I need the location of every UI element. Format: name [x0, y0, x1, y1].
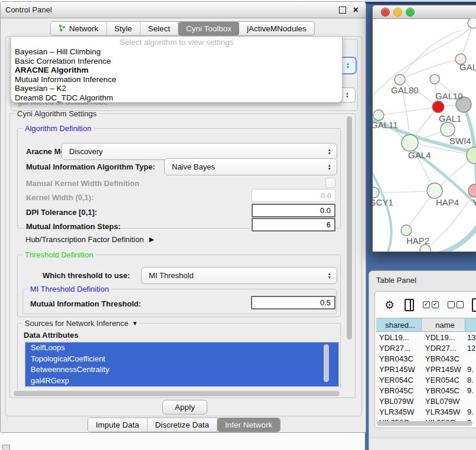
mini-panel-icon[interactable]	[2, 445, 10, 450]
table-panel-window: Table Panel ⚙ ✓ ✓ shared...nameA YDL19..…	[369, 270, 476, 450]
algorithm-option[interactable]: Bayesian – K2	[11, 84, 342, 93]
network-node[interactable]	[427, 183, 442, 198]
table-row[interactable]: YBL079WYBL079W	[376, 396, 476, 406]
network-node[interactable]	[430, 74, 439, 84]
table-cell: YLR345W	[422, 406, 465, 417]
table-row[interactable]: YDR27...YDR27...12	[376, 343, 476, 353]
table-cell: YDR27...	[376, 343, 422, 353]
network-canvas[interactable]: GALGAL80GAL10GAL11GAL1SWI4GAL4GCY1HAP4YH…	[373, 18, 476, 252]
table-row[interactable]: YDL19...YDL19...13	[376, 332, 476, 343]
data-attributes-list[interactable]: SelfLoopsTopologicalCoefficientBetweenne…	[25, 342, 339, 387]
settings-hscrollbar[interactable]	[14, 391, 340, 396]
kernel-width-label: Kernel Width (0,1):	[26, 193, 94, 202]
algorithm-option[interactable]: Mutual Information Inference	[11, 75, 342, 84]
dpi-tolerance-field[interactable]	[252, 204, 335, 217]
collapsed-arrow-icon: ▶	[149, 236, 154, 243]
control-panel-window: Control Panel × NetworkStyleSelectCyni T…	[0, 1, 366, 433]
table-cell: 13	[465, 332, 476, 343]
network-node-label: HAP2	[406, 236, 429, 246]
attribute-item[interactable]: TopologicalCoefficient	[25, 354, 338, 365]
tab-network[interactable]: Network	[51, 22, 107, 35]
hub-definition-label: Hub/Transcription Factor Definition	[25, 235, 144, 244]
tab-cyni-toolbox[interactable]: Cyni Toolbox	[178, 22, 239, 35]
table-row[interactable]: YLR345WYLR345W9.	[376, 406, 476, 417]
select-all-checks-icon[interactable]: ✓ ✓	[423, 301, 439, 308]
algorithm-definition-group: Algorithm Definition Aracne Mode: Discov…	[17, 128, 341, 229]
network-node[interactable]	[395, 74, 405, 85]
column-layout-icon[interactable]	[405, 299, 414, 311]
which-threshold-combo[interactable]: MI Threshold ▲▼	[141, 267, 337, 284]
attribute-item[interactable]: SelfLoops	[25, 343, 338, 354]
network-node[interactable]	[468, 18, 476, 28]
sources-title-row[interactable]: Sources for Network Inference ▼	[22, 319, 140, 328]
window-title: Control Panel	[5, 5, 52, 14]
mi-type-combo[interactable]: Naive Bayes ▲▼	[164, 158, 337, 175]
table-header-row: shared...nameA	[376, 318, 476, 332]
network-node[interactable]	[373, 187, 379, 198]
manual-kernel-checkbox[interactable]	[325, 178, 335, 188]
column-header[interactable]: name	[422, 318, 465, 331]
expanded-arrow-icon: ▼	[132, 320, 138, 327]
close-traffic-icon[interactable]	[381, 8, 390, 17]
table-row[interactable]: YER054CYER054C8.	[376, 374, 476, 385]
kernel-width-field[interactable]	[252, 189, 335, 202]
mi-threshold-field[interactable]	[251, 296, 335, 309]
apply-button[interactable]: Apply	[162, 400, 207, 415]
table-cell: YBR045C	[422, 385, 465, 396]
mode-tab-discretize-data[interactable]: Discretize Data	[148, 418, 218, 432]
deselect-all-checks-icon[interactable]	[448, 301, 464, 308]
algorithm-dropdown-list[interactable]: Select algorithm to view settings Bayesi…	[11, 36, 343, 103]
minimize-traffic-icon[interactable]	[393, 8, 402, 17]
network-node-label: Y	[472, 197, 476, 207]
mi-type-label: Mutual Information Algorithm Type:	[26, 162, 155, 171]
table-row[interactable]: YBR043CYBR043C	[376, 353, 476, 364]
aracne-mode-combo[interactable]: Discovery ▲▼	[61, 143, 337, 160]
hub-definition-expander[interactable]: Hub/Transcription Factor Definition ▶	[25, 235, 154, 244]
settings-vscrollbar[interactable]	[347, 116, 352, 340]
network-node[interactable]	[401, 225, 412, 236]
mode-tab-impute-data[interactable]: Impute Data	[88, 418, 148, 432]
algorithm-option[interactable]: ARACNE Algorithm	[11, 66, 342, 75]
table-cell: YBR043C	[376, 353, 422, 364]
mode-tab-infer-network[interactable]: Infer Network	[217, 418, 280, 432]
mi-steps-field[interactable]	[252, 218, 335, 231]
attribute-item[interactable]: BetweennessCentrality	[25, 364, 338, 376]
close-icon[interactable]: ×	[353, 7, 358, 13]
table-row[interactable]: YPR145WYPR145W9.	[376, 364, 476, 374]
tab-select[interactable]: Select	[141, 22, 179, 35]
tab-label: Cyni Toolbox	[186, 24, 232, 33]
network-node-label: GAL4	[408, 150, 431, 160]
table-cell: YPR145W	[376, 364, 422, 374]
table-row[interactable]: YBR045CYBR045C9.	[376, 385, 476, 396]
network-node[interactable]	[468, 184, 476, 197]
threshold-definition-group: Threshold Definition Which threshold to …	[17, 255, 341, 317]
column-header[interactable]: shared...	[376, 318, 422, 331]
algorithm-option[interactable]: Dream8 DC_TDC Algorithm	[11, 93, 342, 103]
group-title: MI Threshold Definition	[28, 285, 111, 294]
dropdown-placeholder: Select algorithm to view settings	[11, 37, 342, 47]
network-node[interactable]	[432, 101, 444, 113]
algorithm-option[interactable]: Bayesian – Hill Climbing	[11, 47, 342, 57]
sources-title: Sources for Network Inference	[25, 319, 129, 328]
gear-icon[interactable]: ⚙	[384, 298, 395, 312]
mi-type-value: Naive Bayes	[172, 162, 215, 171]
network-node[interactable]	[441, 122, 455, 136]
mode-tab-label: Infer Network	[225, 420, 272, 429]
network-node[interactable]	[402, 135, 418, 151]
attribute-item[interactable]: gal4RGexp	[25, 376, 338, 387]
zoom-traffic-icon[interactable]	[406, 8, 415, 17]
column-header[interactable]: A	[465, 318, 476, 331]
table-hscrollbar[interactable]	[377, 421, 472, 426]
tab-style[interactable]: Style	[107, 22, 141, 35]
network-node-label: SWI4	[449, 136, 471, 146]
manual-kernel-label: Manual Kernel Width Definition	[26, 179, 139, 188]
attributes-vscrollbar[interactable]	[324, 344, 329, 382]
table-cell: YBR045C	[376, 385, 422, 396]
tab-jactivemnodules[interactable]: jActiveMNodules	[239, 22, 314, 35]
network-node[interactable]	[373, 110, 384, 120]
float-icon[interactable]	[339, 6, 346, 14]
algorithm-option[interactable]: Basic Correlation Inference	[11, 57, 342, 66]
new-document-icon[interactable]	[472, 298, 476, 312]
control-panel-titlebar: Control Panel ×	[1, 2, 366, 18]
table-cell: YER054C	[422, 374, 465, 385]
